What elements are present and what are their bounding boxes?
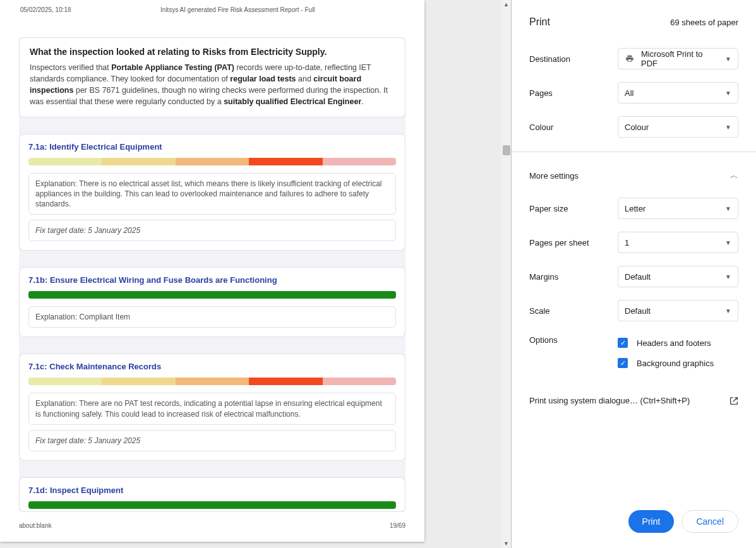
headers-footers-label: Headers and footers [637, 338, 711, 348]
preview-scrollbar[interactable]: ▲ ▼ [501, 0, 511, 548]
destination-label: Destination [529, 54, 618, 64]
pps-select[interactable]: 1 ▼ [618, 232, 738, 253]
print-panel: Print 69 sheets of paper Destination Mic… [512, 0, 756, 548]
cancel-button[interactable]: Cancel [681, 510, 738, 533]
item-7-1a-title: 7.1a: Identify Electrical Equipment [28, 142, 396, 152]
chevron-down-icon: ▼ [725, 90, 731, 97]
risk-bar-7-1b [28, 291, 396, 299]
print-preview-pane: 05/02/2025, 10:18 Initsys AI generated F… [0, 0, 512, 548]
headers-footers-checkbox[interactable] [618, 338, 628, 348]
risk-bar-7-1a [28, 158, 396, 165]
item-7-1a-fix: Fix target date: 5 January 2025 [28, 220, 396, 241]
colour-select[interactable]: Colour ▼ [618, 116, 738, 138]
chevron-down-icon: ▼ [725, 124, 731, 131]
intro-title: What the inspection looked at relating t… [30, 47, 395, 57]
intro-card: What the inspection looked at relating t… [19, 37, 405, 117]
item-7-1c: 7.1c: Check Maintenance Records Explanat… [19, 354, 405, 461]
panel-title: Print [529, 16, 550, 28]
scroll-down-arrow-icon[interactable]: ▼ [501, 539, 511, 548]
page-header-date: 05/02/2025, 10:18 [20, 6, 71, 13]
item-7-1c-explanation: Explanation: There are no PAT test recor… [28, 393, 396, 424]
item-7-1b-title: 7.1b: Ensure Electrical Wiring and Fuse … [28, 275, 396, 285]
colour-value: Colour [625, 122, 649, 132]
scale-value: Default [625, 306, 651, 316]
page-header: 05/02/2025, 10:18 Initsys AI generated F… [19, 6, 405, 13]
divider [512, 152, 756, 152]
background-graphics-label: Background graphics [637, 359, 714, 368]
page-footer-pagecount: 19/69 [390, 522, 405, 529]
paper-size-label: Paper size [529, 204, 618, 213]
item-7-1a: 7.1a: Identify Electrical Equipment Expl… [19, 134, 405, 251]
scale-select[interactable]: Default ▼ [618, 300, 738, 321]
item-7-1c-fix: Fix target date: 5 January 2025 [28, 430, 396, 451]
system-dialog-label: Print using system dialogue… (Ctrl+Shift… [529, 396, 690, 405]
page-header-title: Initsys AI generated Fire Risk Assessmen… [160, 6, 315, 13]
chevron-down-icon: ▼ [725, 205, 731, 212]
pages-label: Pages [529, 88, 618, 98]
external-link-icon [729, 396, 738, 405]
item-7-1a-explanation: Explanation: There is no electrical asse… [28, 173, 396, 215]
print-button-label: Print [642, 516, 661, 527]
item-7-1b-explanation: Explanation: Compliant Item [28, 306, 396, 328]
more-settings-toggle[interactable]: More settings ︿ [512, 156, 756, 188]
item-7-1d: 7.1d: Inspect Equipment [19, 477, 405, 512]
pages-select[interactable]: All ▼ [618, 82, 738, 104]
colour-label: Colour [529, 122, 618, 132]
print-button[interactable]: Print [628, 510, 675, 533]
intro-paragraph: Inspectors verified that Portable Applia… [30, 62, 395, 108]
chevron-up-icon: ︿ [730, 170, 738, 181]
scroll-thumb[interactable] [503, 145, 510, 155]
pps-value: 1 [625, 238, 629, 247]
options-label: Options [529, 334, 618, 345]
pps-label: Pages per sheet [529, 238, 618, 247]
margins-select[interactable]: Default ▼ [618, 266, 738, 287]
system-dialog-link[interactable]: Print using system dialogue… (Ctrl+Shift… [512, 382, 756, 412]
margins-value: Default [625, 272, 651, 282]
destination-select[interactable]: Microsoft Print to PDF ▼ [618, 48, 738, 69]
risk-bar-7-1d [28, 501, 396, 509]
chevron-down-icon: ▼ [725, 307, 731, 314]
item-7-1c-title: 7.1c: Check Maintenance Records [28, 362, 396, 371]
destination-value: Microsoft Print to PDF [641, 49, 720, 68]
more-settings-label: More settings [529, 171, 579, 181]
scroll-up-arrow-icon[interactable]: ▲ [501, 0, 511, 9]
paper-size-value: Letter [625, 204, 645, 213]
chevron-down-icon: ▼ [725, 239, 731, 246]
background-graphics-checkbox[interactable] [618, 358, 628, 368]
item-7-1d-title: 7.1d: Inspect Equipment [28, 485, 396, 495]
cancel-button-label: Cancel [696, 516, 724, 527]
page-footer: about:blank 19/69 [19, 522, 405, 529]
margins-label: Margins [529, 272, 618, 282]
preview-page: 05/02/2025, 10:18 Initsys AI generated F… [0, 0, 424, 542]
paper-size-select[interactable]: Letter ▼ [618, 198, 738, 219]
sheet-count: 69 sheets of paper [670, 18, 738, 27]
scale-label: Scale [529, 306, 618, 316]
risk-bar-7-1c [28, 378, 396, 385]
page-footer-url: about:blank [19, 522, 52, 529]
item-7-1b: 7.1b: Ensure Electrical Wiring and Fuse … [19, 267, 405, 337]
pages-value: All [625, 88, 633, 98]
chevron-down-icon: ▼ [725, 273, 731, 280]
chevron-down-icon: ▼ [725, 56, 731, 63]
printer-icon [625, 54, 635, 63]
